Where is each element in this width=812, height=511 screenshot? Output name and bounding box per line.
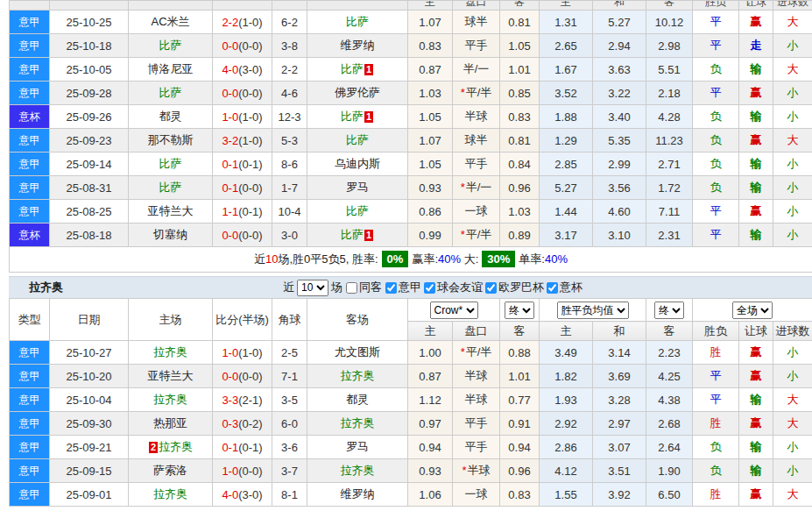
league-filter: 球会友谊: [423, 280, 483, 295]
recent-count-select[interactable]: 10: [297, 280, 328, 296]
team-name[interactable]: 博洛尼亚: [148, 62, 194, 75]
team-name[interactable]: 比萨: [341, 62, 364, 75]
league-checkbox[interactable]: [547, 282, 558, 294]
team-name[interactable]: 热那亚: [153, 416, 187, 429]
match-date: 25-09-21: [50, 436, 129, 459]
league-checkbox[interactable]: [385, 282, 397, 294]
team-name[interactable]: 比萨: [341, 228, 364, 241]
team-name[interactable]: 亚特兰大: [148, 204, 194, 217]
league-badge: 意甲: [10, 459, 50, 483]
crow-away-odds: 0.83: [500, 483, 540, 507]
crow-home-odds: 1.03: [408, 82, 453, 105]
result-outcome: 平: [693, 11, 739, 34]
halftime-score: (0-0): [238, 370, 262, 383]
team-name[interactable]: 乌迪内斯: [335, 157, 380, 170]
score: 3-3(2-1): [213, 388, 272, 412]
content: 主盘口客主和客胜负让球进球数 意甲25-10-25AC米兰2-2(1-0)6-2…: [9, 0, 812, 507]
league-badge: 意甲: [10, 153, 50, 176]
handicap-line: 平手: [453, 34, 500, 58]
team-name[interactable]: 尤文图斯: [335, 345, 380, 358]
crow-away-odds: 0.83: [500, 105, 540, 129]
league-badge: 意杯: [10, 224, 50, 247]
team-name[interactable]: 亚特兰大: [148, 369, 194, 382]
rate-badge: 30%: [482, 251, 515, 267]
away-team: 比萨: [307, 200, 408, 224]
result-outcome: 平: [693, 388, 739, 412]
result-goals: 小: [773, 436, 812, 459]
result-outcome: 负: [693, 153, 739, 176]
team-name[interactable]: 切塞纳: [153, 228, 187, 241]
crow-away-odds: 0.85: [500, 82, 540, 105]
league-checkbox[interactable]: [485, 282, 497, 294]
euro-avg-select[interactable]: 胜平负均值: [557, 302, 629, 319]
col-header-label: 客: [500, 1, 539, 11]
team-name[interactable]: 罗马: [346, 181, 369, 194]
team-name[interactable]: 萨索洛: [153, 464, 187, 477]
result-outcome: 负: [693, 58, 739, 82]
match-row: 意甲25-10-27拉齐奥1-0(1-0)2-5尤文图斯1.00*平/半0.88…: [10, 341, 812, 365]
handicap-line: 半/一: [453, 58, 500, 82]
result-outcome: 平: [693, 34, 739, 58]
team-name[interactable]: 拉齐奥: [341, 416, 375, 429]
score: 0-1(0-1): [213, 153, 272, 176]
team-name[interactable]: 维罗纳: [341, 39, 375, 52]
home-team: 都灵: [129, 105, 213, 129]
league-checkbox[interactable]: [424, 282, 435, 294]
away-team: 比萨1: [307, 58, 408, 82]
league-badge: 意甲: [10, 483, 50, 507]
team-name[interactable]: 都灵: [346, 393, 369, 406]
team-name[interactable]: AC米兰: [151, 15, 189, 28]
team-name[interactable]: 都灵: [159, 110, 182, 123]
team-name[interactable]: 拉齐奥: [341, 369, 375, 382]
home-team: 那不勒斯: [129, 129, 213, 153]
team-name[interactable]: 比萨: [159, 39, 182, 52]
same-away-checkbox[interactable]: [346, 282, 357, 294]
euro-away-odds: 2.64: [646, 436, 693, 459]
live-asterisk: *: [461, 345, 465, 358]
team-name[interactable]: 维罗纳: [341, 487, 375, 500]
fulltime-score: 0-0: [222, 39, 238, 53]
team-name[interactable]: 比萨: [346, 204, 369, 217]
corners: 12-3: [272, 105, 307, 129]
euro-draw-odds: 3.56: [593, 176, 646, 200]
team-name[interactable]: 罗马: [346, 440, 369, 453]
home-team: 拉齐奥: [129, 388, 213, 412]
match-date: 25-10-27: [50, 341, 129, 365]
dropdown-cell: Crow*: [408, 299, 500, 322]
team-name[interactable]: 比萨: [346, 15, 369, 28]
crow-home-odds: 1.07: [408, 129, 453, 153]
corners: 5-3: [272, 129, 307, 153]
col-header-label: 主: [408, 1, 452, 11]
summary-row: 近10场,胜0平5负5, 胜率:0%赢率:40% 大:30%单率:40%: [10, 247, 812, 273]
team-name[interactable]: 拉齐奥: [159, 440, 193, 453]
result-handicap: 赢: [739, 412, 773, 436]
team-name[interactable]: 比萨: [159, 181, 182, 194]
team-name[interactable]: 拉齐奥: [153, 487, 187, 500]
euro-away-odds: 5.51: [646, 58, 693, 82]
corners: 3-7: [272, 459, 307, 483]
team-name[interactable]: 那不勒斯: [148, 133, 194, 146]
result-goals: 大: [773, 388, 812, 412]
corners: 2-2: [272, 58, 307, 82]
team-name[interactable]: 比萨: [159, 157, 182, 170]
odds-company-select[interactable]: Crow*: [430, 302, 478, 319]
away-team: 都灵: [307, 388, 408, 412]
match-scope-select[interactable]: 全场: [732, 302, 773, 319]
crow-home-odds: 0.93: [408, 459, 453, 483]
summary-text: 10: [265, 252, 278, 266]
team-name[interactable]: 佛罗伦萨: [335, 86, 380, 99]
home-team: 比萨: [129, 153, 213, 176]
team-name[interactable]: 比萨: [346, 133, 369, 146]
euro-home-odds: 2.86: [540, 436, 593, 459]
away-team: 拉齐奥: [307, 459, 408, 483]
euro-away-odds: 4.28: [646, 105, 693, 129]
team-name[interactable]: 比萨: [341, 110, 364, 123]
col-header-empty: [213, 1, 272, 11]
crow-final-select[interactable]: 终: [505, 302, 534, 319]
team-name[interactable]: 比萨: [159, 86, 182, 99]
team-name[interactable]: 拉齐奥: [341, 464, 375, 477]
score: 0-0(0-0): [213, 224, 272, 247]
team-name[interactable]: 拉齐奥: [153, 393, 187, 406]
euro-final-select[interactable]: 终: [654, 302, 684, 319]
team-name[interactable]: 拉齐奥: [153, 345, 187, 358]
